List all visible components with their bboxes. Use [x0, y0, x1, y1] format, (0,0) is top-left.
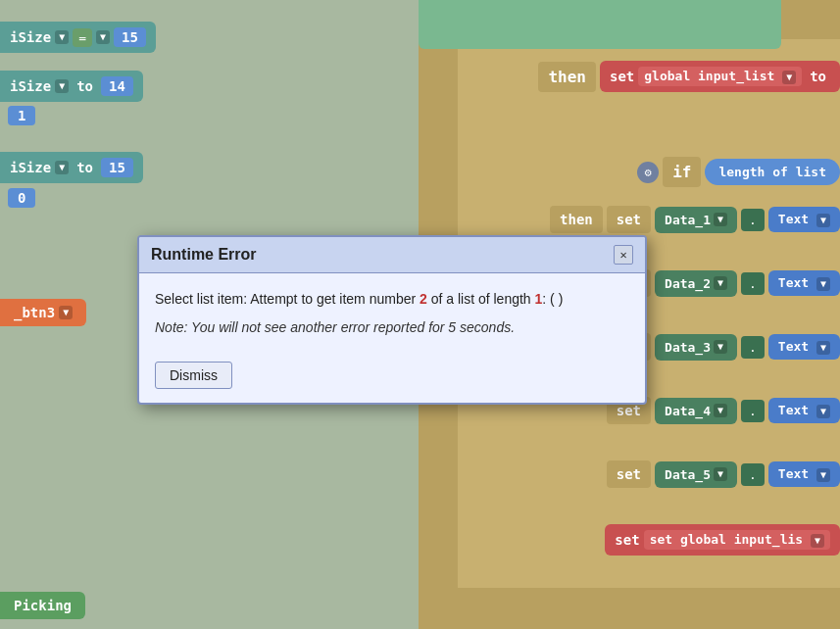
runtime-error-dialog: Runtime Error ✕ Select list item: Attemp…: [137, 235, 647, 405]
dialog-close-button[interactable]: ✕: [614, 245, 633, 265]
main-text-suffix: : ( ): [542, 291, 563, 307]
dialog-overlay: Runtime Error ✕ Select list item: Attemp…: [0, 0, 840, 629]
main-text-middle: of a list of length: [427, 291, 535, 307]
dialog-main-text: Select list item: Attempt to get item nu…: [155, 289, 629, 310]
dialog-footer: Dismiss: [139, 354, 645, 403]
dialog-note-text: Note: You will not see another error rep…: [155, 317, 629, 338]
dialog-header: Runtime Error ✕: [139, 237, 645, 273]
dismiss-button[interactable]: Dismiss: [155, 362, 232, 389]
main-text-prefix: Select list item: Attempt to get item nu…: [155, 291, 420, 307]
dialog-body: Select list item: Attempt to get item nu…: [139, 273, 645, 354]
item-number: 2: [420, 291, 427, 307]
dialog-title: Runtime Error: [151, 246, 257, 264]
